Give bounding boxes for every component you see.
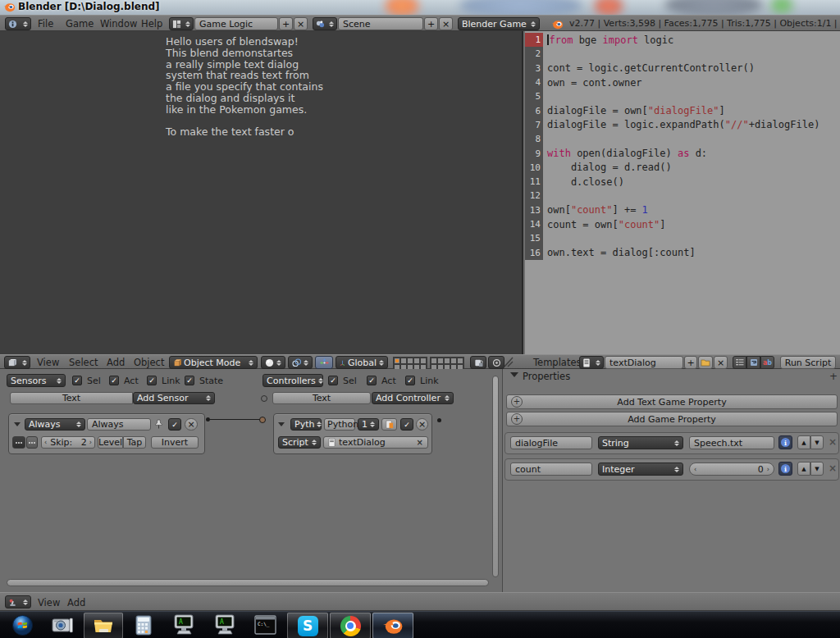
tap-button[interactable]: Tap <box>123 436 146 449</box>
sensor-delete-button[interactable]: × <box>185 418 198 431</box>
slider-left-arrow[interactable]: ‹ <box>694 466 696 473</box>
controller-active-toggle[interactable]: ✓ <box>400 418 413 431</box>
manipulator-toggle[interactable] <box>315 356 333 369</box>
sensors-object-bar[interactable]: Text <box>10 392 133 404</box>
start-button[interactable] <box>7 613 38 637</box>
properties-plus-icon[interactable]: + <box>829 371 838 382</box>
text-datablock-browse-button[interactable] <box>579 356 604 369</box>
file-explorer-button[interactable] <box>84 613 123 638</box>
text-new-button[interactable]: + <box>684 356 697 369</box>
text-menu-templates[interactable]: Templates <box>533 355 581 370</box>
view3d-menu-view[interactable]: View <box>37 355 59 370</box>
view3d-menu-add[interactable]: Add <box>107 355 125 370</box>
controller-state-stepper[interactable]: 1 <box>358 418 379 431</box>
property-type-select[interactable]: String <box>598 436 683 449</box>
screen-layout-delete-button[interactable]: × <box>294 17 308 30</box>
view3d-menu-select[interactable]: Select <box>69 355 98 370</box>
syntax-highlight-toggle[interactable]: ab <box>760 356 774 369</box>
slider-right-arrow[interactable]: › <box>767 466 769 473</box>
sensors-sel-checkbox[interactable]: ✓ <box>72 376 82 385</box>
logic-horizontal-scrollbar[interactable] <box>7 579 489 586</box>
menu-help[interactable]: Help <box>141 16 162 31</box>
logic-menu-view[interactable]: View <box>38 595 60 610</box>
logic-editor[interactable]: Sensors ✓ Sel ✓ Act ✓ Link ✓ State Text … <box>0 369 502 592</box>
line-numbers-toggle[interactable] <box>733 356 746 369</box>
property-name-field[interactable]: dialogFile <box>510 436 592 449</box>
screen-layout-add-button[interactable]: + <box>279 17 293 30</box>
logic-menu-add[interactable]: Add <box>67 595 85 610</box>
controllers-link-checkbox[interactable]: ✓ <box>405 376 415 385</box>
pin-icon[interactable] <box>154 419 163 429</box>
add-sensor-button[interactable]: Add Sensor <box>133 392 215 404</box>
menu-file[interactable]: File <box>38 16 53 31</box>
title-bar[interactable]: Blender [D:\Dialog.blend] <box>0 0 840 15</box>
engine-select[interactable]: Blender Game <box>458 17 540 30</box>
sensors-act-checkbox[interactable]: ✓ <box>109 376 119 385</box>
logic-vertical-scrollbar[interactable] <box>492 376 499 577</box>
text-name-field[interactable]: textDialog <box>605 356 683 369</box>
chrome-button[interactable] <box>330 613 371 638</box>
controller-output-socket[interactable] <box>437 418 441 422</box>
property-delete-icon[interactable]: × <box>829 463 837 474</box>
sensors-state-checkbox[interactable]: ✓ <box>185 376 194 385</box>
menu-game[interactable]: Game <box>66 16 94 31</box>
skip-stepper[interactable]: ‹ Skip: 2 › <box>41 436 95 449</box>
run-script-button[interactable]: Run Script <box>780 356 836 369</box>
view3d-menu-object[interactable]: Object <box>134 355 164 370</box>
calculator-button[interactable] <box>126 613 161 637</box>
property-value-field[interactable]: Speech.txt <box>689 436 774 449</box>
controllers-column-socket[interactable] <box>261 395 267 402</box>
orientation-select[interactable]: Global <box>336 356 388 369</box>
shading-select[interactable] <box>261 356 285 369</box>
controller-delete-button[interactable]: × <box>416 418 428 431</box>
property-move-down-button[interactable]: ▼ <box>810 462 824 476</box>
skype-button[interactable]: S <box>287 613 328 638</box>
camera-app-button[interactable] <box>46 613 79 637</box>
property-move-up-button[interactable]: ▲ <box>797 435 810 449</box>
pivot-select[interactable] <box>288 356 313 369</box>
lock-camera-button[interactable] <box>470 356 486 369</box>
screen-layout-browse-button[interactable] <box>169 17 194 30</box>
text-editor[interactable]: 1from bge import logic23cont = logic.get… <box>525 31 840 354</box>
add-text-game-property-button[interactable]: + Add Text Game Property <box>506 394 838 409</box>
pulse-true-toggle[interactable] <box>12 436 25 449</box>
controller-name-field[interactable]: Python <box>324 418 355 431</box>
property-info-toggle[interactable]: i <box>778 462 792 476</box>
controller-input-socket[interactable] <box>259 417 266 423</box>
editor-type-button[interactable] <box>5 17 31 30</box>
pulse-false-toggle[interactable] <box>26 436 38 449</box>
screen-layout-name-field[interactable]: Game Logic <box>194 17 278 30</box>
property-move-down-button[interactable]: ▼ <box>810 435 824 449</box>
scene-add-button[interactable]: + <box>424 17 438 30</box>
add-controller-button[interactable]: Add Controller <box>372 392 454 404</box>
logic-editor-type-button[interactable] <box>5 595 31 608</box>
text-open-button[interactable] <box>698 356 713 369</box>
view3d-editor-type-button[interactable] <box>4 356 30 369</box>
region-corner-handle[interactable] <box>504 357 514 367</box>
sensor-name-field[interactable]: Always <box>87 418 151 431</box>
scene-browse-button[interactable] <box>313 17 337 30</box>
sensor-collapse-toggle[interactable] <box>14 422 21 426</box>
snap-button[interactable] <box>488 356 504 369</box>
property-type-select[interactable]: Integer <box>598 463 683 476</box>
property-value-slider[interactable]: ‹ 0 › <box>689 463 774 476</box>
computer-app-button-2[interactable]: A <box>207 613 244 637</box>
computer-app-button-1[interactable]: A <box>166 613 203 637</box>
sensors-filter-select[interactable]: Sensors <box>7 374 66 387</box>
menu-window[interactable]: Window <box>100 16 137 31</box>
properties-collapse-arrow[interactable] <box>510 372 518 377</box>
property-move-up-button[interactable]: ▲ <box>797 462 810 476</box>
scene-delete-button[interactable]: × <box>439 17 453 30</box>
invert-button[interactable]: Invert <box>151 436 199 449</box>
sensor-active-toggle[interactable]: ✓ <box>168 418 181 431</box>
mode-select[interactable]: Object Mode <box>169 356 258 369</box>
property-name-field[interactable]: count <box>510 463 592 476</box>
controllers-filter-select[interactable]: Controllers <box>262 374 323 387</box>
add-game-property-button[interactable]: + Add Game Property <box>506 412 838 426</box>
word-wrap-toggle[interactable] <box>746 356 760 369</box>
controllers-object-bar[interactable]: Text <box>272 392 371 404</box>
controller-mark-button[interactable] <box>381 418 397 431</box>
controller-type-select[interactable]: Pyth <box>290 418 322 431</box>
text-unlink-button[interactable]: × <box>714 356 728 369</box>
viewport-3d[interactable]: Hello users of blendswap!This blend demo… <box>0 31 523 354</box>
